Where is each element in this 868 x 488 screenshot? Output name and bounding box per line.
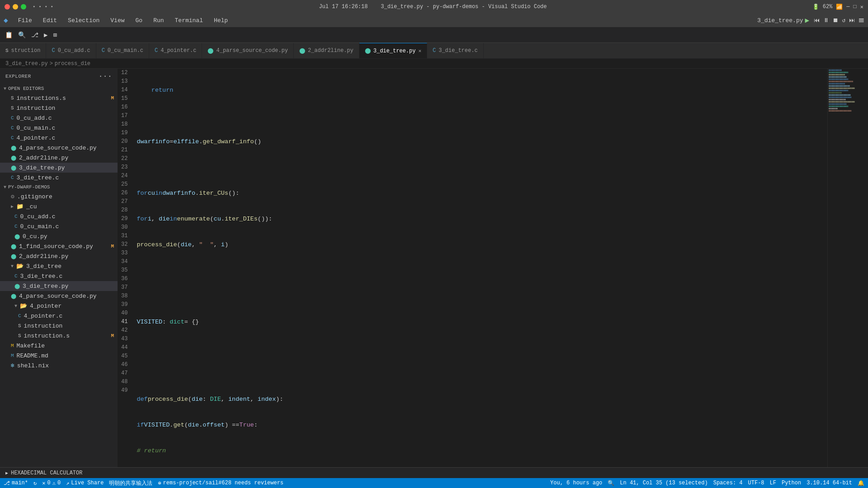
file-icon-0-cu-py: ⬤	[14, 234, 20, 239]
tab-4_pointer_c[interactable]: C 4_pointer.c	[149, 43, 202, 58]
sidebar-item-shell-nix[interactable]: ❄ shell.nix	[0, 361, 118, 371]
run-button[interactable]: ▶	[805, 16, 810, 25]
ln-13: 13	[121, 77, 127, 86]
search-toolbar-icon[interactable]: 🔍	[17, 30, 27, 40]
ln-15: 15	[121, 94, 127, 103]
sidebar-item-3-die-tree-c2[interactable]: C 3_die_tree.c	[0, 271, 118, 281]
sidebar-item-3-die-tree-c[interactable]: C 3_die_tree.c	[0, 173, 118, 183]
breadcrumb-symbol[interactable]: process_die	[55, 61, 90, 67]
die-tree-folder-arrow: ▼	[11, 264, 14, 269]
notification-status[interactable]: 🔔	[858, 480, 864, 487]
breadcrumb: 3_die_tree.py > process_die	[0, 59, 868, 69]
menu-view[interactable]: View	[106, 15, 129, 26]
breadcrumb-file[interactable]: 3_die_tree.py	[5, 61, 48, 67]
live-share-status[interactable]: ↗ Live Share	[66, 480, 104, 487]
tab-struction[interactable]: S struction	[0, 43, 46, 58]
sidebar-item-2-addr2line-py2[interactable]: ⬤ 2_addr2line.py	[0, 251, 118, 261]
sidebar-item-makefile[interactable]: M Makefile	[0, 341, 118, 351]
tab-0_cu_main_c[interactable]: C 0_cu_main.c	[96, 43, 149, 58]
sidebar-item-2-addr2line-py[interactable]: ⬤ 2_addr2line.py	[0, 153, 118, 163]
sidebar-item-4-parse-py[interactable]: ⬤ 4_parse_source_code.py	[0, 143, 118, 153]
sidebar-item-3-die-tree-folder[interactable]: ▼ 📂 3_die_tree	[0, 261, 118, 271]
sidebar-item-4-parse-py2[interactable]: ⬤ 4_parse_source_code.py	[0, 291, 118, 301]
tab-3_die_tree_c[interactable]: C 3_die_tree.c	[427, 43, 484, 58]
sync-status[interactable]: ↻	[33, 480, 37, 487]
language-status[interactable]: Python	[782, 480, 801, 486]
version-label: 3.10.14 64-bit	[807, 480, 852, 486]
search-status-icon[interactable]: 🔍	[608, 480, 614, 487]
window-close[interactable]: ✕	[860, 4, 863, 10]
tab-close-die-tree-py[interactable]: ✕	[418, 48, 421, 54]
sidebar-item-readme[interactable]: M README.md	[0, 351, 118, 361]
branch-label: main*	[12, 480, 28, 486]
sidebar-item-instruction[interactable]: S instruction	[0, 103, 118, 113]
maximize-button[interactable]	[21, 4, 26, 9]
window-minimize[interactable]: ─	[846, 4, 849, 10]
menu-terminal[interactable]: Terminal	[170, 15, 208, 26]
file-icon-0-cu-add-c2: C	[14, 214, 18, 219]
sidebar-label-instruction: instruction	[17, 105, 56, 112]
file-icon-3-die-tree-c2: C	[14, 273, 18, 279]
sidebar-more-icon[interactable]: ···	[99, 72, 112, 80]
sidebar-item-4-pointer-folder[interactable]: ▼ 📂 4_pointer	[0, 301, 118, 311]
window-restore[interactable]: □	[854, 4, 857, 10]
minimize-button[interactable]	[13, 4, 18, 9]
hexcalc-bar[interactable]: ▶ HEXADECIMAL CALCULATOR	[0, 467, 868, 478]
sidebar-item-cu-folder[interactable]: ▶ 📁 _cu	[0, 202, 118, 211]
menu-file[interactable]: File	[14, 15, 37, 26]
pr-label: rems-project/sail#628 needs reviewers	[163, 480, 283, 486]
sidebar-item-0-cu-add-c2[interactable]: C 0_cu_add.c	[0, 211, 118, 221]
explorer-toolbar-icon[interactable]: 📋	[4, 30, 14, 40]
ln-47: 47	[121, 369, 127, 378]
sidebar-item-instructions-s[interactable]: S instructions.s M	[0, 93, 118, 103]
sidebar-item-3-die-tree-py2[interactable]: ⬤ 3_die_tree.py	[0, 281, 118, 291]
tab-0_cu_add_c[interactable]: C 0_cu_add.c	[46, 43, 96, 58]
menu-run[interactable]: Run	[149, 15, 168, 26]
errors-status[interactable]: ✕ 0 ⚠ 0	[42, 480, 61, 487]
sidebar-item-3-die-tree-py[interactable]: ⬤ 3_die_tree.py	[0, 163, 118, 173]
sidebar-label-instruction-s2: instruction.s	[24, 333, 70, 339]
titlebar: • • • • Jul 17 16:26:18 3_die_tree.py - …	[0, 0, 868, 14]
sidebar-label-2-addr2line-py: 2_addr2line.py	[19, 155, 68, 161]
open-editors-header[interactable]: ▼ OPEN EDITORS	[0, 84, 118, 93]
open-editors-arrow: ▼	[4, 86, 6, 91]
sidebar-item-gitignore[interactable]: ⚙ .gitignore	[0, 192, 118, 202]
git-toolbar-icon[interactable]: ⎇	[30, 30, 40, 40]
menu-help[interactable]: Help	[209, 15, 232, 26]
pr-status[interactable]: ⊕ rems-project/sail#628 needs reviewers	[158, 480, 283, 487]
spaces-status[interactable]: Spaces: 4	[713, 480, 743, 486]
tab-4_parse_source_code_py[interactable]: ⬤ 4_parse_source_code.py	[202, 43, 293, 58]
sidebar-item-1-find-source-py[interactable]: ⬤ 1_find_source_code.py M	[0, 241, 118, 251]
extensions-toolbar-icon[interactable]: ⊞	[52, 30, 58, 40]
sidebar-item-0-cu-add-c[interactable]: C 0_cu_add.c	[0, 113, 118, 123]
code-container[interactable]: 12 13 14 15 16 17 18 19 20 21 22 23 24 2…	[118, 69, 868, 467]
ime-label: 明朝的共享输入法	[109, 479, 152, 487]
sidebar-item-instruction2[interactable]: S instruction	[0, 321, 118, 331]
sidebar-item-4-pointer-c[interactable]: C 4_pointer.c	[0, 133, 118, 143]
sidebar-item-4-pointer-c2[interactable]: C 4_pointer.c	[0, 311, 118, 321]
tab-2_addr2line_py[interactable]: ⬤ 2_addr2line.py	[294, 43, 359, 58]
sidebar-item-0-cu-main-c[interactable]: C 0_cu_main.c	[0, 123, 118, 133]
sidebar-item-0-cu-main-c2[interactable]: C 0_cu_main.c	[0, 221, 118, 231]
code-editor[interactable]: return dwarfinfo = elffile.get_dwarf_inf…	[135, 69, 827, 467]
version-status[interactable]: 3.10.14 64-bit	[807, 480, 852, 486]
line-ending-status[interactable]: LF	[770, 480, 776, 486]
close-button[interactable]	[5, 4, 10, 9]
tab-3_die_tree_py[interactable]: ⬤ 3_die_tree.py ✕	[359, 43, 427, 58]
tab-label-die-tree-py: 3_die_tree.py	[373, 48, 416, 54]
sidebar-item-instruction-s2[interactable]: S instruction.s M	[0, 331, 118, 341]
run-toolbar-icon[interactable]: ▶	[42, 30, 49, 40]
menu-selection[interactable]: Selection	[63, 15, 104, 26]
encoding-status[interactable]: UTF-8	[748, 480, 764, 486]
py-dwarf-demos-header[interactable]: ▼ PY-DWARF-DEMOS	[0, 183, 118, 192]
menu-go[interactable]: Go	[131, 15, 147, 26]
vscode-icon: ◆	[4, 16, 8, 25]
file-icon-gitignore: ⚙	[11, 193, 14, 200]
toolbar-icons: 📋 🔍 ⎇ ▶ ⊞	[4, 30, 58, 40]
position-status[interactable]: Ln 41, Col 35 (13 selected)	[620, 480, 708, 486]
branch-status[interactable]: ⎇ main*	[4, 480, 28, 487]
file-icon-4-parse-py2: ⬤	[11, 293, 16, 299]
menu-edit[interactable]: Edit	[38, 15, 61, 26]
sidebar-item-0-cu-py[interactable]: ⬤ 0_cu.py	[0, 231, 118, 241]
code-line-23	[137, 369, 827, 378]
